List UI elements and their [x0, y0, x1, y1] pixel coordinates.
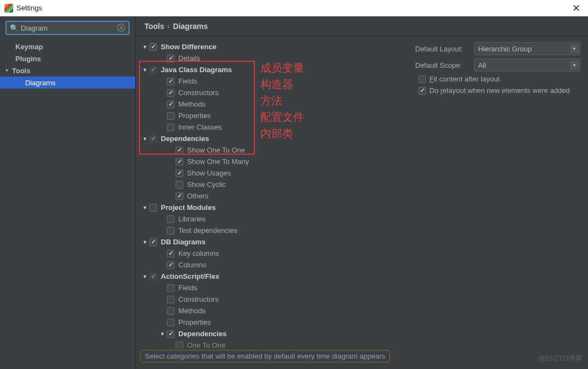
category-row[interactable]: Methods [141, 98, 405, 110]
category-row[interactable]: Key columns [141, 248, 405, 259]
nav-item-label: Plugins [15, 55, 41, 63]
category-checkbox[interactable] [166, 249, 175, 258]
category-row[interactable]: ▼Dependencies [141, 328, 405, 339]
category-label: Columns [178, 261, 206, 269]
category-row[interactable]: ▼Dependencies [141, 133, 405, 144]
search-input[interactable] [19, 24, 117, 32]
category-label: Test dependencies [178, 226, 237, 235]
category-row[interactable]: Columns [141, 259, 405, 271]
sidebar: 🔍 ⓧ KeymapPlugins▼ToolsDiagrams [0, 16, 136, 369]
category-checkbox[interactable] [166, 77, 175, 86]
category-row[interactable]: Libraries [141, 213, 405, 225]
category-label: DB Diagrams [161, 238, 206, 246]
category-row[interactable]: ▼Project Modules [141, 202, 405, 213]
category-row[interactable]: ▼ActionScript/Flex [141, 271, 405, 282]
category-label: Java Class Diagrams [161, 66, 232, 74]
category-checkbox[interactable] [175, 146, 184, 155]
chevron-down-icon[interactable]: ▼ [141, 44, 149, 50]
chevron-down-icon[interactable]: ▼ [141, 205, 149, 210]
chevron-down-icon: ▼ [570, 44, 579, 53]
breadcrumb-parent[interactable]: Tools [144, 22, 164, 31]
chevron-down-icon: ▼ [570, 61, 579, 69]
category-row[interactable]: Test dependencies [141, 225, 405, 236]
category-checkbox[interactable] [166, 226, 175, 235]
category-checkbox[interactable] [149, 134, 158, 143]
category-checkbox[interactable] [166, 123, 175, 132]
category-label: Inner Classes [178, 123, 222, 131]
category-row[interactable]: Others [141, 190, 405, 202]
category-checkbox[interactable] [166, 89, 175, 97]
chevron-down-icon[interactable]: ▼ [141, 136, 149, 142]
nav-item-tools[interactable]: ▼Tools [0, 65, 135, 77]
category-checkbox[interactable] [166, 284, 175, 292]
category-checkbox[interactable] [149, 43, 158, 51]
category-row[interactable]: Show One To One [141, 144, 405, 156]
nav-item-diagrams[interactable]: Diagrams [0, 77, 135, 89]
category-row[interactable]: ▼DB Diagrams [141, 236, 405, 248]
category-label: Show Difference [161, 43, 217, 51]
chevron-down-icon[interactable]: ▼ [141, 67, 149, 73]
category-row[interactable]: ▼Java Class Diagrams [141, 64, 405, 75]
category-row[interactable]: Inner Classes [141, 121, 405, 133]
category-checkbox[interactable] [149, 272, 158, 281]
nav-item-keymap[interactable]: Keymap [0, 40, 135, 52]
category-row[interactable]: One To One [141, 339, 405, 349]
nav-tree: KeymapPlugins▼ToolsDiagrams [0, 39, 135, 369]
chevron-down-icon[interactable]: ▼ [159, 331, 166, 337]
category-checkbox[interactable] [166, 215, 175, 224]
category-label: Show One To One [187, 146, 245, 154]
category-label: Others [187, 192, 208, 200]
default-layout-select[interactable]: Hierarchic Group ▼ [474, 42, 580, 55]
category-row[interactable]: Show One To Many [141, 156, 405, 167]
category-checkbox[interactable] [166, 112, 175, 120]
category-row[interactable]: Constructors [141, 87, 405, 98]
category-checkbox[interactable] [166, 330, 175, 338]
default-scope-select[interactable]: All ▼ [474, 58, 580, 72]
category-checkbox[interactable] [175, 169, 184, 178]
nav-item-plugins[interactable]: Plugins [0, 52, 135, 65]
category-checkbox[interactable] [175, 192, 184, 201]
window-title: Settings [16, 4, 42, 12]
category-label: Details [178, 54, 200, 62]
category-label: Libraries [178, 215, 206, 223]
category-checkbox[interactable] [149, 238, 158, 247]
category-checkbox[interactable] [166, 261, 175, 270]
chevron-down-icon[interactable]: ▼ [141, 239, 149, 245]
search-box[interactable]: 🔍 ⓧ [5, 21, 130, 35]
close-button[interactable]: ✕ [569, 2, 584, 14]
categories-tree: ▼Show DifferenceDetails▼Java Class Diagr… [136, 37, 407, 349]
category-row[interactable]: ▼Show Difference [141, 41, 405, 52]
category-label: One To One [187, 341, 225, 349]
category-label: Constructors [178, 295, 219, 303]
category-row[interactable]: Show Usages [141, 167, 405, 179]
relayout-checkbox[interactable] [418, 87, 426, 95]
category-checkbox[interactable] [175, 180, 184, 189]
category-row[interactable]: Fields [141, 282, 405, 294]
category-checkbox[interactable] [149, 203, 158, 212]
app-icon [4, 4, 13, 13]
category-checkbox[interactable] [175, 341, 184, 349]
category-checkbox[interactable] [166, 100, 175, 109]
category-checkbox[interactable] [166, 295, 175, 304]
chevron-down-icon[interactable]: ▼ [141, 274, 149, 279]
category-checkbox[interactable] [149, 66, 158, 74]
category-row[interactable]: Fields [141, 75, 405, 87]
category-checkbox[interactable] [175, 157, 184, 166]
category-checkbox[interactable] [166, 318, 175, 327]
category-row[interactable]: Constructors [141, 294, 405, 305]
category-label: Methods [178, 307, 206, 315]
relayout-label: Do relayout when new elements were added [429, 86, 570, 95]
category-label: Properties [178, 112, 211, 120]
fit-content-checkbox[interactable] [418, 75, 426, 83]
category-row[interactable]: Methods [141, 305, 405, 317]
clear-search-icon[interactable]: ⓧ [117, 23, 125, 33]
category-row[interactable]: Properties [141, 317, 405, 328]
category-row[interactable]: Details [141, 52, 405, 64]
category-label: Methods [178, 100, 206, 108]
category-checkbox[interactable] [166, 307, 175, 315]
default-scope-value: All [478, 61, 486, 69]
category-checkbox[interactable] [166, 54, 175, 63]
category-label: Constructors [178, 89, 219, 97]
category-row[interactable]: Show Cyclic [141, 179, 405, 190]
category-row[interactable]: Properties [141, 110, 405, 121]
